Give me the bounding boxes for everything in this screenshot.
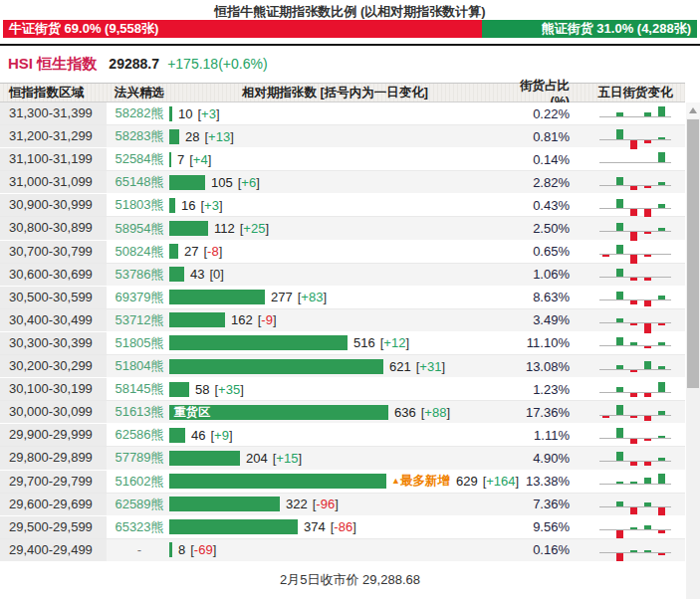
warrant-code-link[interactable]: 58954熊 bbox=[110, 220, 169, 238]
column-header-range: 恒指指数区域 bbox=[0, 85, 110, 101]
scrollbar[interactable] bbox=[686, 102, 700, 599]
change-bracket: [-8] bbox=[203, 244, 222, 259]
one-day-change: +3 bbox=[204, 198, 219, 213]
warrant-code-link[interactable]: 65323熊 bbox=[110, 518, 169, 536]
change-bracket: [0] bbox=[209, 267, 223, 282]
range-cell: 30,300-30,399 bbox=[0, 332, 110, 354]
warrant-code-link[interactable]: 53786熊 bbox=[110, 266, 169, 284]
warrant-code-link[interactable]: 58145熊 bbox=[110, 380, 169, 398]
range-cell: 30,400-30,499 bbox=[0, 309, 110, 331]
contracts-bar bbox=[169, 129, 179, 144]
range-cell: 30,200-30,299 bbox=[0, 355, 110, 377]
warrant-code-link[interactable]: 62586熊 bbox=[110, 426, 169, 444]
warrant-code-link[interactable]: 51613熊 bbox=[110, 403, 169, 421]
range-cell: 29,600-29,699 bbox=[0, 494, 110, 515]
spark-bar-down bbox=[602, 255, 609, 257]
bear-ratio-label: 熊证街货 31.0% (4,288张) bbox=[542, 21, 691, 36]
change-bracket: [+35] bbox=[214, 382, 243, 397]
five-day-sparkline bbox=[599, 493, 671, 515]
arrow-up-icon bbox=[689, 107, 697, 113]
five-day-sparkline bbox=[599, 308, 671, 331]
table-row: 30,000-30,09951613熊重货区636[+88]17.36% bbox=[0, 401, 685, 424]
change-bracket: [+15] bbox=[273, 451, 302, 466]
scrollbar-thumb[interactable] bbox=[687, 119, 699, 388]
contracts-cell: 重货区636[+88] bbox=[169, 405, 501, 420]
table-row: 30,200-30,29951804熊621[+31]13.08% bbox=[0, 355, 685, 378]
contracts-bar bbox=[169, 451, 240, 466]
contracts-bar: 重货区 bbox=[169, 405, 388, 420]
warrant-code-link[interactable]: 52584熊 bbox=[110, 150, 169, 168]
spark-bar-up bbox=[658, 436, 665, 438]
five-day-sparkline bbox=[599, 470, 671, 493]
five-day-change-cell bbox=[585, 538, 685, 561]
change-bracket: [+13] bbox=[204, 129, 233, 144]
outstanding-pct-cell: 4.90% bbox=[501, 451, 585, 466]
range-cell: 30,000-30,099 bbox=[0, 401, 110, 423]
spark-bar-down bbox=[644, 300, 651, 306]
contracts-value: 621 bbox=[389, 359, 411, 374]
table-row: 29,700-29,79951602熊▲最多新增629[+164]13.38% bbox=[0, 471, 685, 494]
contracts-cell: 105[+6] bbox=[169, 175, 501, 190]
contracts-cell: 374[-86] bbox=[169, 519, 501, 534]
spark-bar-down bbox=[630, 462, 637, 466]
spark-bar-down bbox=[644, 186, 651, 188]
warrant-code-link[interactable]: 51804熊 bbox=[110, 357, 169, 375]
index-name: HSI 恒生指数 bbox=[8, 55, 97, 72]
change-bracket: [-9] bbox=[258, 312, 277, 327]
spark-bar-up bbox=[616, 365, 623, 369]
warrant-code-link[interactable]: 51805熊 bbox=[110, 334, 169, 352]
warrant-code-link[interactable]: 65148熊 bbox=[110, 173, 169, 191]
contracts-bar bbox=[169, 290, 265, 304]
contracts-bar bbox=[169, 152, 171, 167]
scroll-up-button[interactable] bbox=[686, 102, 700, 118]
range-cell: 31,000-31,099 bbox=[0, 171, 110, 193]
spark-bar-up bbox=[630, 527, 637, 529]
contracts-cell: 10[+3] bbox=[169, 106, 501, 121]
contracts-cell: 621[+31] bbox=[169, 359, 501, 374]
outstanding-pct-cell: 3.49% bbox=[501, 312, 585, 327]
five-day-sparkline bbox=[599, 401, 671, 424]
spark-bar-down bbox=[644, 255, 651, 257]
contracts-value: 58 bbox=[195, 382, 209, 397]
one-day-change: -8 bbox=[207, 244, 219, 259]
table-row: 31,200-31,29958283熊28[+13]0.81% bbox=[0, 125, 685, 148]
warrant-code-link[interactable]: 57789熊 bbox=[110, 449, 169, 467]
change-bracket: [-96] bbox=[313, 497, 339, 511]
range-cell: 29,400-29,499 bbox=[0, 539, 110, 561]
contracts-value: 7 bbox=[177, 152, 184, 167]
warrant-code-link[interactable]: 51602熊 bbox=[110, 473, 169, 491]
spark-bar-down bbox=[616, 553, 623, 561]
warrant-code-link[interactable]: 58282熊 bbox=[110, 104, 169, 122]
change-bracket: [-86] bbox=[331, 519, 356, 534]
warrant-code-link[interactable]: 53712熊 bbox=[110, 311, 169, 329]
contracts-cell: 162[-9] bbox=[169, 312, 501, 327]
outstanding-pct-cell: 2.50% bbox=[501, 221, 585, 236]
contracts-bar bbox=[169, 335, 348, 350]
spark-bar-up bbox=[616, 318, 623, 322]
spark-bar-up bbox=[616, 428, 623, 438]
outstanding-pct-cell: 1.11% bbox=[501, 428, 585, 443]
range-cell: 30,600-30,699 bbox=[0, 264, 110, 286]
contracts-cell: 16[+3] bbox=[169, 198, 501, 213]
table-header: 恒指指数区域 法兴精选 相对期指张数 [括号内为一日变化] 街货占比(%) 五日… bbox=[0, 83, 685, 102]
contracts-value: 112 bbox=[214, 221, 235, 236]
warrant-code-link[interactable]: 51803熊 bbox=[110, 196, 169, 214]
column-header-contracts: 相对期指张数 [括号内为一日变化] bbox=[169, 85, 501, 101]
warrant-code-link[interactable]: 50824熊 bbox=[110, 243, 169, 261]
spark-bar-up bbox=[644, 550, 651, 552]
spark-bar-down bbox=[630, 416, 637, 418]
one-day-change: 0 bbox=[213, 267, 220, 282]
change-bracket: [+4] bbox=[189, 152, 211, 167]
contracts-bar bbox=[169, 175, 205, 190]
one-day-change: +25 bbox=[243, 221, 265, 236]
contracts-cell: 112[+25] bbox=[169, 221, 501, 236]
outstanding-pct-cell: 1.06% bbox=[501, 267, 585, 282]
warrant-code-link[interactable]: 69379熊 bbox=[110, 289, 169, 306]
spark-bar-up bbox=[616, 405, 623, 415]
warrant-code-link[interactable]: 62589熊 bbox=[110, 496, 169, 513]
one-day-change: +88 bbox=[424, 405, 446, 420]
column-header-code: 法兴精选 bbox=[110, 85, 169, 101]
warrant-code-link[interactable]: 58283熊 bbox=[110, 127, 169, 145]
range-cell: 30,700-30,799 bbox=[0, 241, 110, 263]
one-day-change: -96 bbox=[316, 497, 335, 511]
